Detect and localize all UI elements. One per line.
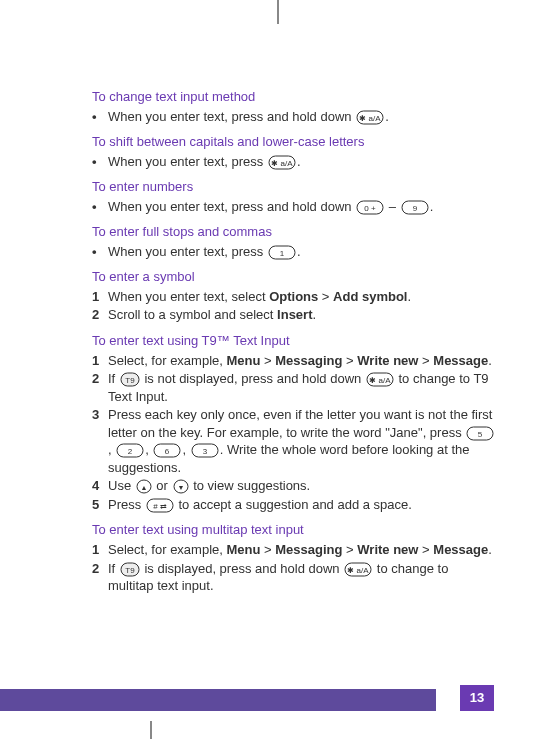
- key-up-icon: ▲: [136, 479, 152, 494]
- svg-text:✱ a/A: ✱ a/A: [271, 159, 293, 168]
- key-3-icon: 3: [191, 443, 219, 458]
- bold-text: Messaging: [275, 353, 342, 368]
- step-marker: 4: [92, 477, 108, 495]
- bold-text: Message: [433, 542, 488, 557]
- key-2-icon: 2: [116, 443, 144, 458]
- bold-text: Messaging: [275, 542, 342, 557]
- key-aA-icon: ✱ a/A: [366, 372, 394, 387]
- step-list: •When you enter text, press 1.: [92, 243, 496, 261]
- step-marker: •: [92, 153, 108, 171]
- svg-text:9: 9: [412, 204, 417, 213]
- section-title: To enter a symbol: [92, 268, 496, 286]
- step-marker: 2: [92, 306, 108, 324]
- step-body: When you enter text, press and hold down…: [108, 198, 496, 216]
- page-number: 13: [460, 685, 494, 711]
- svg-text:5: 5: [478, 430, 483, 439]
- key-T9-icon: T9: [120, 562, 140, 577]
- key-6-icon: 6: [153, 443, 181, 458]
- step-body: Scroll to a symbol and select Insert.: [108, 306, 496, 324]
- svg-text:# ⇄: # ⇄: [153, 502, 167, 511]
- step-marker: 5: [92, 496, 108, 514]
- step-body: When you enter text, press and hold down…: [108, 108, 496, 126]
- step-item: 2Scroll to a symbol and select Insert.: [92, 306, 496, 324]
- key-5-icon: 5: [466, 426, 494, 441]
- step-body: If T9 is not displayed, press and hold d…: [108, 370, 496, 405]
- step-marker: 1: [92, 352, 108, 370]
- bold-text: Message: [433, 353, 488, 368]
- svg-text:✱ a/A: ✱ a/A: [369, 376, 391, 385]
- svg-text:▲: ▲: [140, 484, 147, 491]
- svg-text:✱ a/A: ✱ a/A: [360, 114, 382, 123]
- page-crop-mark-bottom: [150, 721, 152, 739]
- step-marker: •: [92, 243, 108, 261]
- step-body: When you enter text, press 1.: [108, 243, 496, 261]
- section-title: To change text input method: [92, 88, 496, 106]
- svg-text:▼: ▼: [177, 484, 184, 491]
- key-aA-icon: ✱ a/A: [344, 562, 372, 577]
- step-body: Use ▲ or ▼ to view suggestions.: [108, 477, 496, 495]
- svg-text:6: 6: [165, 447, 170, 456]
- step-body: Press each key only once, even if the le…: [108, 406, 496, 476]
- step-item: 3Press each key only once, even if the l…: [92, 406, 496, 476]
- step-body: If T9 is displayed, press and hold down …: [108, 560, 496, 595]
- bold-text: Menu: [227, 542, 261, 557]
- key-aA-icon: ✱ a/A: [356, 110, 384, 125]
- svg-text:✱ a/A: ✱ a/A: [348, 566, 370, 575]
- step-item: •When you enter text, press ✱ a/A.: [92, 153, 496, 171]
- step-item: •When you enter text, press and hold dow…: [92, 108, 496, 126]
- section-title: To enter full stops and commas: [92, 223, 496, 241]
- step-list: 1Select, for example, Menu > Messaging >…: [92, 541, 496, 595]
- step-item: 1Select, for example, Menu > Messaging >…: [92, 352, 496, 370]
- step-marker: 2: [92, 370, 108, 388]
- step-item: 4Use ▲ or ▼ to view suggestions.: [92, 477, 496, 495]
- step-body: When you enter text, press ✱ a/A.: [108, 153, 496, 171]
- step-list: 1When you enter text, select Options > A…: [92, 288, 496, 324]
- bold-text: Options: [269, 289, 318, 304]
- key-1-icon: 1: [268, 245, 296, 260]
- step-item: 1When you enter text, select Options > A…: [92, 288, 496, 306]
- bold-text: Write new: [357, 542, 418, 557]
- step-marker: 1: [92, 541, 108, 559]
- svg-text:T9: T9: [125, 566, 135, 575]
- key-down-icon: ▼: [173, 479, 189, 494]
- svg-text:0 +: 0 +: [364, 204, 376, 213]
- section-title: To enter numbers: [92, 178, 496, 196]
- step-list: •When you enter text, press and hold dow…: [92, 198, 496, 216]
- step-body: Select, for example, Menu > Messaging > …: [108, 352, 496, 370]
- key-0-icon: 0 +: [356, 200, 384, 215]
- svg-text:T9: T9: [125, 376, 135, 385]
- bold-text: Menu: [227, 353, 261, 368]
- bold-text: Write new: [357, 353, 418, 368]
- footer-bar: [0, 689, 436, 711]
- key-9-icon: 9: [401, 200, 429, 215]
- step-item: 2If T9 is displayed, press and hold down…: [92, 560, 496, 595]
- step-item: •When you enter text, press and hold dow…: [92, 198, 496, 216]
- step-item: 5Press # ⇄ to accept a suggestion and ad…: [92, 496, 496, 514]
- bold-text: Insert: [277, 307, 312, 322]
- bold-text: Add symbol: [333, 289, 407, 304]
- page-footer: 13: [0, 685, 556, 711]
- key-hash-icon: # ⇄: [146, 498, 174, 513]
- step-marker: 2: [92, 560, 108, 578]
- step-list: •When you enter text, press ✱ a/A.: [92, 153, 496, 171]
- step-body: When you enter text, select Options > Ad…: [108, 288, 496, 306]
- section-title: To enter text using T9™ Text Input: [92, 332, 496, 350]
- step-marker: •: [92, 108, 108, 126]
- step-list: •When you enter text, press and hold dow…: [92, 108, 496, 126]
- step-body: Press # ⇄ to accept a suggestion and add…: [108, 496, 496, 514]
- step-marker: 3: [92, 406, 108, 424]
- key-T9-icon: T9: [120, 372, 140, 387]
- step-item: •When you enter text, press 1.: [92, 243, 496, 261]
- section-title: To enter text using multitap text input: [92, 521, 496, 539]
- step-item: 2If T9 is not displayed, press and hold …: [92, 370, 496, 405]
- page-crop-mark-top: [277, 0, 279, 24]
- section-title: To shift between capitals and lower-case…: [92, 133, 496, 151]
- svg-text:1: 1: [280, 249, 285, 258]
- step-item: 1Select, for example, Menu > Messaging >…: [92, 541, 496, 559]
- svg-text:3: 3: [202, 447, 207, 456]
- step-body: Select, for example, Menu > Messaging > …: [108, 541, 496, 559]
- svg-text:2: 2: [128, 447, 133, 456]
- page-content: To change text input method•When you ent…: [0, 0, 556, 595]
- step-marker: •: [92, 198, 108, 216]
- step-marker: 1: [92, 288, 108, 306]
